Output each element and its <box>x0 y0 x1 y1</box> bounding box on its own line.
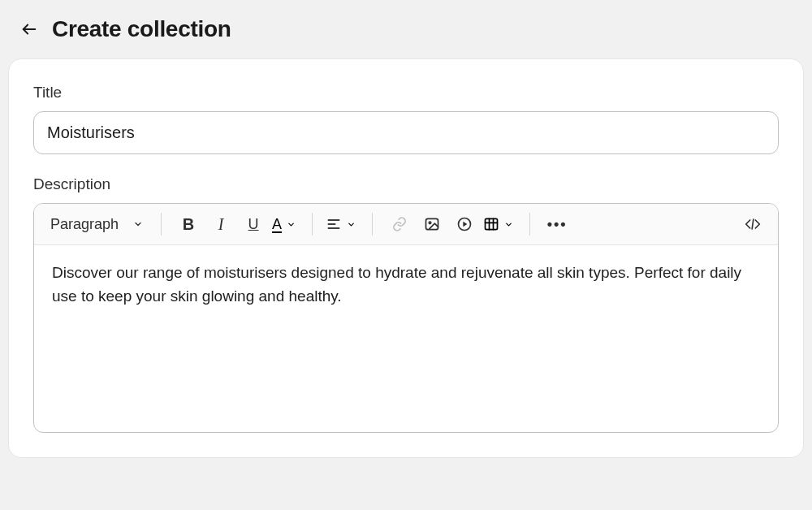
video-button[interactable] <box>451 210 478 238</box>
code-view-button[interactable] <box>739 210 767 238</box>
underline-icon: U <box>248 216 259 233</box>
italic-button[interactable]: I <box>207 210 235 238</box>
description-field: Description Paragraph B I U A <box>33 175 779 433</box>
insert-group <box>386 210 516 238</box>
chevron-down-icon <box>347 220 356 229</box>
code-icon <box>745 216 761 232</box>
more-button[interactable]: ••• <box>543 210 571 238</box>
editor-toolbar: Paragraph B I U A <box>34 204 778 245</box>
toolbar-divider <box>312 213 313 236</box>
italic-icon: I <box>218 215 224 234</box>
back-button[interactable] <box>19 19 39 39</box>
ellipsis-icon: ••• <box>547 216 568 233</box>
link-button[interactable] <box>386 210 413 238</box>
link-icon <box>391 216 408 232</box>
chevron-down-icon <box>287 220 296 229</box>
title-label: Title <box>33 84 779 102</box>
svg-line-12 <box>752 219 754 229</box>
text-color-button[interactable]: A <box>272 216 299 233</box>
underline-button[interactable]: U <box>240 210 267 238</box>
table-button[interactable] <box>483 216 516 232</box>
svg-marker-7 <box>463 222 467 227</box>
description-label: Description <box>33 175 779 193</box>
toolbar-divider <box>161 213 162 236</box>
image-icon <box>424 216 440 232</box>
page-title: Create collection <box>52 16 231 42</box>
table-icon <box>483 216 499 232</box>
alignment-button[interactable] <box>326 216 359 232</box>
paragraph-style-label: Paragraph <box>50 216 119 233</box>
chevron-down-icon <box>133 219 143 229</box>
description-textarea[interactable]: Discover our range of moisturisers desig… <box>34 245 778 432</box>
bold-icon: B <box>183 215 194 234</box>
toolbar-divider <box>372 213 373 236</box>
form-card: Title Description Paragraph B I U A <box>8 58 804 458</box>
paragraph-style-select[interactable]: Paragraph <box>45 213 148 236</box>
text-color-icon: A <box>272 216 282 233</box>
title-input[interactable] <box>33 111 779 154</box>
play-circle-icon <box>456 216 473 232</box>
rich-text-editor: Paragraph B I U A <box>33 203 779 433</box>
image-button[interactable] <box>418 210 446 238</box>
svg-rect-8 <box>486 218 498 229</box>
page-header: Create collection <box>0 0 812 58</box>
chevron-down-icon <box>504 220 513 229</box>
align-left-icon <box>326 216 342 232</box>
toolbar-divider <box>529 213 530 236</box>
title-field: Title <box>33 84 779 154</box>
bold-button[interactable]: B <box>175 210 202 238</box>
text-format-group: B I U A <box>175 210 299 238</box>
svg-point-5 <box>429 222 431 224</box>
